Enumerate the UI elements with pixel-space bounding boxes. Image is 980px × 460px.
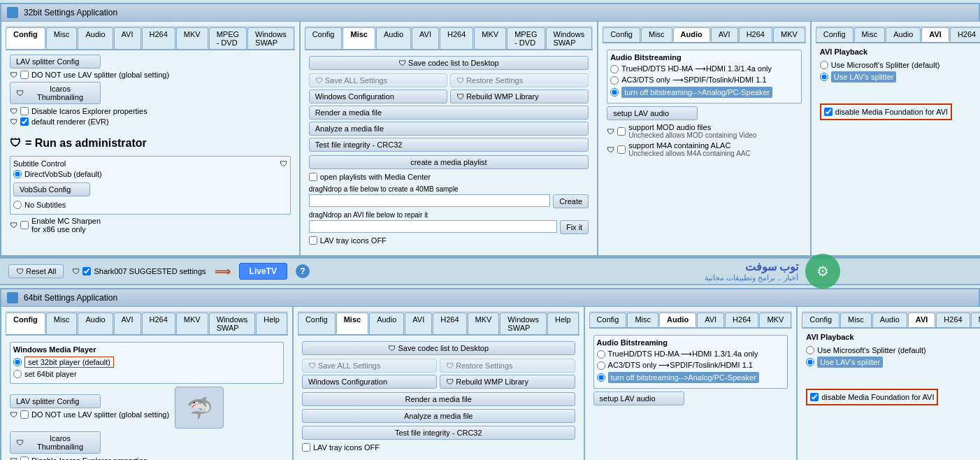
tab1-misc-64[interactable]: Misc bbox=[46, 312, 78, 334]
do-not-use-lav-cb-32[interactable] bbox=[20, 71, 29, 79]
tab1-help-64[interactable]: Help bbox=[256, 312, 287, 334]
tab2-avi-32[interactable]: AVI bbox=[412, 27, 439, 49]
test-integrity-btn-32[interactable]: Test file integrity - CRC32 bbox=[309, 138, 589, 152]
tab1-swap-64[interactable]: Windows SWAP bbox=[209, 312, 256, 334]
help-btn-middle[interactable]: ? bbox=[296, 264, 310, 278]
render-media-btn-64[interactable]: Render a media file bbox=[302, 392, 575, 406]
tab-mpeg-32[interactable]: MPEG - DVD bbox=[209, 27, 247, 49]
lav-splitter-config-btn-32[interactable]: LAV splitter Config bbox=[10, 55, 101, 69]
default-renderer-cb-32[interactable] bbox=[20, 117, 29, 126]
use-microsoft-radio-64[interactable] bbox=[806, 346, 814, 354]
lav-tray-cb-32[interactable] bbox=[309, 236, 317, 245]
suggested-cb-middle[interactable] bbox=[82, 267, 91, 275]
reset-all-btn-middle[interactable]: 🛡 Reset All bbox=[8, 264, 64, 278]
tab3-audio-32[interactable]: Audio bbox=[673, 27, 710, 42]
tab4-config-64[interactable]: Config bbox=[802, 312, 840, 327]
vobsub-config-btn-32[interactable]: VobSub Config bbox=[13, 182, 90, 196]
use-lav-radio-64[interactable] bbox=[806, 358, 814, 366]
set32bit-radio-64[interactable] bbox=[13, 358, 22, 366]
drag-input-32[interactable] bbox=[309, 194, 550, 207]
directvob-radio-32[interactable] bbox=[13, 170, 22, 178]
tab-misc-32[interactable]: Misc bbox=[46, 27, 78, 49]
fix-btn-32[interactable]: Fix it bbox=[560, 220, 589, 234]
tab2-audio-64[interactable]: Audio bbox=[369, 312, 404, 334]
tab3-config-32[interactable]: Config bbox=[603, 27, 640, 42]
tab2-h264-32[interactable]: H264 bbox=[440, 27, 473, 49]
lav-splitter-config-btn-64[interactable]: LAV splitter Config bbox=[10, 394, 101, 408]
tab3-audio-64[interactable]: Audio bbox=[659, 312, 696, 327]
test-integrity-btn-64[interactable]: Test file integrity - CRC32 bbox=[302, 426, 575, 440]
tab-audio-32[interactable]: Audio bbox=[78, 27, 113, 49]
analyze-media-btn-64[interactable]: Analyze a media file bbox=[302, 409, 575, 423]
tab4-audio-32[interactable]: Audio bbox=[886, 27, 921, 42]
tab1-config-64[interactable]: Config bbox=[6, 312, 45, 334]
tab-mkv-32[interactable]: MKV bbox=[176, 27, 208, 49]
tab2-config-32[interactable]: Config bbox=[305, 27, 343, 49]
turn-off-radio-32[interactable] bbox=[610, 88, 619, 96]
analyze-media-btn-32[interactable]: Analyze a media file bbox=[309, 122, 589, 136]
set64bit-radio-64[interactable] bbox=[13, 370, 22, 378]
tab2-audio-32[interactable]: Audio bbox=[376, 27, 411, 49]
tab2-mpeg-32[interactable]: MPEG - DVD bbox=[507, 27, 545, 49]
tab4-config-32[interactable]: Config bbox=[816, 27, 853, 42]
setup-lav-audio-btn-64[interactable]: setup LAV audio bbox=[593, 391, 684, 405]
tab4-h264-32[interactable]: H264 bbox=[950, 27, 980, 42]
tab2-mkv-32[interactable]: MKV bbox=[474, 27, 506, 49]
tab2-swap-32[interactable]: Windows SWAP bbox=[546, 27, 593, 49]
tab3-misc-64[interactable]: Misc bbox=[627, 312, 658, 327]
tab3-h264-64[interactable]: H264 bbox=[725, 312, 758, 327]
tab2-misc-64[interactable]: Misc bbox=[336, 312, 368, 334]
do-not-use-lav-cb-64[interactable] bbox=[20, 410, 29, 419]
open-playlists-cb-32[interactable] bbox=[309, 173, 317, 181]
tab1-avi-64[interactable]: AVI bbox=[114, 312, 141, 334]
support-mod-cb-32[interactable] bbox=[617, 127, 626, 136]
tab4-h264-64[interactable]: H264 bbox=[936, 312, 970, 327]
tab1-audio-64[interactable]: Audio bbox=[78, 312, 113, 334]
restore-settings-btn-64[interactable]: 🛡 Restore Settings bbox=[440, 359, 575, 373]
tab3-h264-32[interactable]: H264 bbox=[739, 27, 772, 42]
save-all-btn-64[interactable]: 🛡 Save ALL Settings bbox=[302, 359, 437, 373]
icaros-thumbnailing-btn-64[interactable]: 🛡 Icaros Thumbnailing bbox=[10, 431, 101, 454]
tab3-misc-32[interactable]: Misc bbox=[641, 27, 672, 42]
icaros-thumbnailing-btn-32[interactable]: 🛡 Icaros Thumbnailing bbox=[10, 82, 101, 104]
render-media-btn-32[interactable]: Render a media file bbox=[309, 106, 589, 120]
drag-avi-input-32[interactable] bbox=[309, 220, 557, 233]
tab4-misc-64[interactable]: Misc bbox=[840, 312, 872, 327]
trueHD-radio-64[interactable] bbox=[597, 350, 605, 359]
tab3-mkv-32[interactable]: MKV bbox=[773, 27, 805, 42]
tab2-swap-64[interactable]: Windows SWAP bbox=[500, 312, 547, 334]
tab-h264-32[interactable]: H264 bbox=[142, 27, 175, 49]
rebuild-wmp-btn-64[interactable]: 🛡 Rebuild WMP Library bbox=[440, 375, 575, 389]
setup-lav-audio-btn-32[interactable]: setup LAV audio bbox=[607, 106, 698, 120]
tab-avi-32[interactable]: AVI bbox=[114, 27, 141, 49]
save-codec-btn-64[interactable]: 🛡 Save codec list to Desktop bbox=[302, 341, 575, 355]
lav-tray-cb-64[interactable] bbox=[302, 443, 310, 452]
restore-settings-btn-32[interactable]: 🛡 Restore Settings bbox=[450, 73, 589, 87]
disable-media-foundation-cb-32[interactable] bbox=[824, 108, 833, 116]
tab1-h264-64[interactable]: H264 bbox=[142, 312, 175, 334]
tab3-avi-64[interactable]: AVI bbox=[697, 312, 724, 327]
save-codec-btn-32[interactable]: 🛡 Save codec list to Desktop bbox=[309, 56, 589, 70]
tab2-h264-64[interactable]: H264 bbox=[433, 312, 466, 334]
tab3-config-64[interactable]: Config bbox=[589, 312, 627, 327]
use-microsoft-radio-32[interactable] bbox=[820, 61, 828, 69]
tab4-avi-32[interactable]: AVI bbox=[921, 27, 949, 42]
no-subtitles-radio-32[interactable] bbox=[13, 201, 22, 209]
disable-icaros-cb-32[interactable] bbox=[20, 107, 29, 115]
ac3-radio-64[interactable] bbox=[597, 361, 605, 370]
tab2-help-64[interactable]: Help bbox=[547, 312, 579, 334]
disable-icaros-cb-64[interactable] bbox=[20, 457, 29, 460]
tab4-misc-32[interactable]: Misc bbox=[854, 27, 886, 42]
tab4-audio-64[interactable]: Audio bbox=[872, 312, 907, 327]
tab3-avi-32[interactable]: AVI bbox=[711, 27, 738, 42]
create-playlist-btn-32[interactable]: create a media playlist bbox=[309, 155, 589, 169]
trueHD-radio-32[interactable] bbox=[610, 65, 619, 73]
tab4-avi-64[interactable]: AVI bbox=[908, 312, 936, 327]
create-btn-32[interactable]: Create bbox=[553, 194, 589, 208]
rebuild-wmp-btn-32[interactable]: 🛡 Rebuild WMP Library bbox=[450, 89, 589, 103]
tab2-avi-64[interactable]: AVI bbox=[405, 312, 432, 334]
tab4-mkv-64[interactable]: MKV bbox=[971, 312, 980, 327]
turn-off-radio-64[interactable] bbox=[597, 373, 605, 382]
enable-mc-sharpen-cb-32[interactable] bbox=[20, 221, 29, 229]
save-all-btn-32[interactable]: 🛡 Save ALL Settings bbox=[309, 73, 447, 87]
